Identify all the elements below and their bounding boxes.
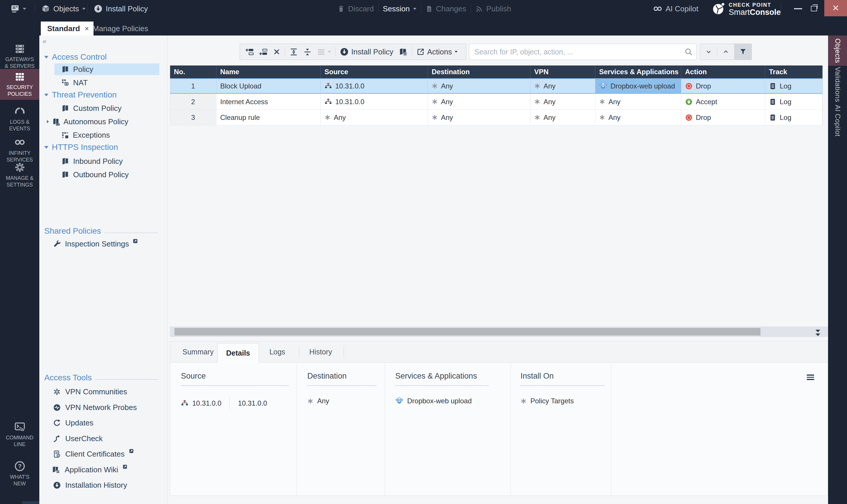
column-header-track[interactable]: Track xyxy=(765,66,823,78)
nav-item-client-certificates[interactable]: Client Certificates xyxy=(44,448,159,460)
nav-item-custom-policy[interactable]: Custom Policy xyxy=(54,103,159,114)
nav-item-vpn-network-probes[interactable]: VPN Network Probes xyxy=(44,401,159,413)
filter-button[interactable] xyxy=(734,44,751,60)
sidebar-item-manage-settings[interactable]: MANAGE &SETTINGS xyxy=(0,162,39,188)
nav-item-vpn-communities[interactable]: VPN Communities xyxy=(44,386,159,397)
column-header-destination[interactable]: Destination xyxy=(428,66,530,78)
nav-item-inspection-settings[interactable]: Inspection Settings xyxy=(44,238,159,250)
sidebar-item-whats-new[interactable]: WHAT'SNEW xyxy=(0,461,39,487)
rule-destination-cell[interactable]: Any xyxy=(428,94,530,110)
rule-action-cell[interactable]: Drop xyxy=(681,110,765,125)
nav-item-autonomous-policy[interactable]: Autonomous Policy xyxy=(47,116,159,127)
restore-button[interactable] xyxy=(811,6,817,11)
sidebar-item-gateways-servers[interactable]: GATEWAYS& SERVERS xyxy=(0,44,39,70)
destination-object[interactable]: Any xyxy=(317,397,329,405)
session-menu-button[interactable]: Session xyxy=(383,0,416,17)
add-rule-below-button[interactable] xyxy=(257,44,270,60)
collapse-panel-icon[interactable] xyxy=(815,329,820,337)
rule-destination-cell[interactable]: Any xyxy=(428,78,530,94)
delete-rule-button[interactable] xyxy=(270,44,283,60)
ai-copilot-button[interactable]: AI Copilot xyxy=(653,0,698,17)
column-header-source[interactable]: Source xyxy=(321,66,428,78)
collapse-left-panel-icon[interactable]: « xyxy=(42,38,46,45)
rail-tab-ai-copilot[interactable]: AI Copilot xyxy=(828,104,847,138)
discard-button[interactable]: Discard xyxy=(337,0,374,17)
rule-source-cell[interactable]: Any xyxy=(321,110,428,125)
rule-destination-cell[interactable]: Any xyxy=(428,110,530,125)
nav-item-updates[interactable]: Updates xyxy=(44,417,159,429)
rail-tab-validations[interactable]: Validations xyxy=(828,68,847,102)
rule-vpn-cell[interactable]: Any xyxy=(530,94,595,110)
column-header-no[interactable]: No. xyxy=(170,66,217,78)
objects-menu-button[interactable]: Objects xyxy=(41,0,86,17)
section-menu-button[interactable] xyxy=(807,373,814,381)
nav-item-nat[interactable]: NAT xyxy=(54,77,159,88)
rule-name-cell[interactable]: Cleanup rule xyxy=(217,110,321,125)
changes-button[interactable]: Changes xyxy=(426,0,466,17)
tab-standard[interactable]: Standard × xyxy=(41,21,93,36)
nav-item-inbound-policy[interactable]: Inbound Policy xyxy=(54,156,159,167)
install-on-object[interactable]: Policy Targets xyxy=(530,397,574,405)
nav-item-installation-history[interactable]: Installation History xyxy=(44,479,159,491)
rule-name-cell[interactable]: Block Upload xyxy=(217,78,321,94)
nav-item-policy[interactable]: Policy xyxy=(54,64,159,75)
sidebar-item-logs-events[interactable]: LOGS &EVENTS xyxy=(0,106,39,132)
rule-track-cell[interactable]: Log xyxy=(765,78,823,94)
view-options-button[interactable] xyxy=(314,44,333,60)
nav-item-usercheck[interactable]: UserCheck xyxy=(44,433,159,444)
rule-vpn-cell[interactable]: Any xyxy=(530,78,595,94)
column-header-action[interactable]: Action xyxy=(681,66,765,78)
rule-source-cell[interactable]: 10.31.0.0 xyxy=(321,94,428,110)
scrollbar-thumb[interactable] xyxy=(174,328,760,336)
tab-manage-policies[interactable]: Manage Policies xyxy=(87,21,154,36)
rule-services-cell[interactable]: Any xyxy=(595,110,681,125)
publish-button[interactable]: Publish xyxy=(476,0,511,17)
nav-section-https-inspection[interactable]: HTTPS Inspection xyxy=(44,143,118,152)
policy-installation-settings-button[interactable] xyxy=(396,44,410,60)
rule-number[interactable]: 2 xyxy=(170,94,217,110)
sidebar-item-security-policies[interactable]: SECURITYPOLICIES xyxy=(0,69,39,100)
rule-action-cell[interactable]: Accept xyxy=(681,94,765,110)
nav-section-access-control[interactable]: Access Control xyxy=(44,52,107,62)
column-header-name[interactable]: Name xyxy=(217,66,321,78)
column-header-vpn[interactable]: VPN xyxy=(530,66,595,78)
tab-details[interactable]: Details xyxy=(217,343,259,363)
nav-item-application-wiki[interactable]: Application Wiki xyxy=(44,464,159,475)
service-object[interactable]: Dropbox-web upload xyxy=(407,397,471,405)
rule-services-cell[interactable]: Any xyxy=(595,94,681,110)
tab-logs[interactable]: Logs xyxy=(261,341,294,362)
close-button[interactable]: ✕ xyxy=(824,0,847,16)
nav-item-outbound-policy[interactable]: Outbound Policy xyxy=(54,169,159,180)
install-policy-button[interactable]: Install Policy xyxy=(337,44,396,60)
rule-number[interactable]: 1 xyxy=(170,78,217,94)
rule-vpn-cell[interactable]: Any xyxy=(530,110,595,125)
search-input[interactable] xyxy=(474,48,684,56)
add-rule-above-button[interactable] xyxy=(243,44,257,60)
rule-services-cell[interactable]: Dropbox-web upload xyxy=(595,78,681,94)
rule-track-cell[interactable]: Log xyxy=(765,94,823,110)
main-menu-button[interactable] xyxy=(11,0,26,17)
actions-menu-button[interactable]: Actions xyxy=(414,44,460,60)
previous-match-button[interactable] xyxy=(718,44,734,60)
search-icon[interactable] xyxy=(684,48,693,56)
next-match-button[interactable] xyxy=(700,44,717,60)
column-header-services[interactable]: Services & Applications xyxy=(595,66,681,78)
rulebase-horizontal-scrollbar[interactable] xyxy=(170,326,828,337)
rail-tab-objects[interactable]: Objects xyxy=(828,36,847,66)
collapse-rows-button[interactable] xyxy=(287,44,300,60)
expand-rows-button[interactable] xyxy=(300,44,314,60)
rule-action-cell[interactable]: Drop xyxy=(681,78,765,94)
tab-history[interactable]: History xyxy=(302,341,340,362)
rule-track-cell[interactable]: Log xyxy=(765,110,823,125)
rule-source-cell[interactable]: 10.31.0.0 xyxy=(321,78,428,94)
minimize-button[interactable] xyxy=(794,8,802,9)
install-policy-button-top[interactable]: Install Policy xyxy=(94,0,148,17)
sidebar-item-infinity-services[interactable]: INFINITYSERVICES xyxy=(0,137,39,163)
tab-summary[interactable]: Summary xyxy=(179,341,217,362)
nav-section-threat-prevention[interactable]: Threat Prevention xyxy=(44,90,117,100)
nav-item-exceptions[interactable]: Exceptions xyxy=(54,129,159,141)
sidebar-item-command-line[interactable]: COMMANDLINE xyxy=(0,421,39,448)
source-object-name[interactable]: 10.31.0.0 xyxy=(192,399,221,408)
rule-number[interactable]: 3 xyxy=(170,110,217,125)
expand-triangle-icon[interactable] xyxy=(47,120,49,123)
